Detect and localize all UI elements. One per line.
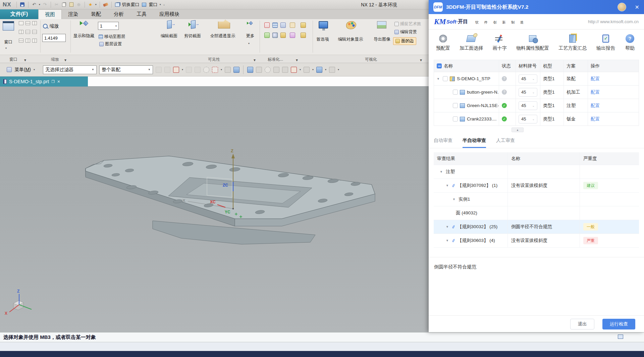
- tool-face-select[interactable]: 加工面选择: [460, 34, 483, 51]
- row-checkbox[interactable]: [453, 116, 458, 121]
- selection-scope-select[interactable]: 整个装配▼: [99, 65, 153, 74]
- exit-button[interactable]: 退出: [570, 319, 594, 329]
- table-row[interactable]: Crank22333.... 45⌄ 类型1 钣金 配置: [434, 112, 639, 126]
- configure-link[interactable]: 配置: [591, 103, 600, 109]
- fit-view-icon[interactable]: [264, 22, 270, 28]
- edit-background-button[interactable]: 编辑背景: [394, 29, 417, 35]
- color-grid-icon[interactable]: [291, 67, 297, 73]
- show-through-icon[interactable]: [218, 20, 230, 29]
- switch-window-icon[interactable]: [115, 2, 120, 7]
- tool-material-preconfig[interactable]: 物料属性预配置: [516, 34, 549, 51]
- select-all-checkbox[interactable]: [437, 63, 442, 68]
- tool-process-summary[interactable]: 工艺方案汇总: [558, 34, 587, 51]
- row-checkbox[interactable]: [443, 76, 448, 81]
- preferences-button[interactable]: 首选项: [312, 37, 333, 42]
- brush-face-icon[interactable]: [273, 67, 279, 73]
- user-avatar[interactable]: [618, 3, 626, 11]
- shaded-cube-icon[interactable]: [233, 67, 239, 73]
- layout-icon[interactable]: [32, 21, 37, 25]
- show-through-button[interactable]: 全部通透显示: [206, 33, 239, 39]
- ribbon-tab-tools[interactable]: 工具: [130, 9, 153, 19]
- run-check-button[interactable]: 运行检查: [602, 319, 635, 329]
- ribbon-tab-render[interactable]: 渲染: [62, 9, 85, 19]
- window-button[interactable]: 窗口: [149, 2, 158, 8]
- expand-caret-icon[interactable]: ▼: [452, 198, 457, 201]
- copy-icon[interactable]: [61, 2, 67, 7]
- brush-icon[interactable]: [103, 2, 108, 7]
- close-tab-icon[interactable]: ✕: [57, 80, 60, 84]
- configure-link[interactable]: 配置: [591, 116, 600, 122]
- export-image-button[interactable]: 导出图像: [369, 37, 395, 42]
- result-row-selected[interactable]: ▼✐【规则30032】 (25) 倒圆半径不符合规范 一般: [434, 220, 639, 234]
- result-row[interactable]: ▼✐【规则30603】 (4) 没有设置拔模斜度 严重: [434, 234, 639, 248]
- group-visualization-caret-icon[interactable]: ▾: [420, 58, 422, 62]
- style-icon[interactable]: ★: [88, 2, 93, 7]
- render-style-icon[interactable]: [304, 67, 310, 73]
- ribbon-tab-analysis[interactable]: 分析: [107, 9, 130, 19]
- clip-toggle-icon[interactable]: [329, 67, 335, 73]
- zoom-button[interactable]: 缩放: [43, 23, 59, 29]
- layout-icon[interactable]: [25, 21, 30, 25]
- layout-icon[interactable]: [25, 30, 30, 34]
- rect-select-caret-icon[interactable]: ▾: [221, 68, 222, 71]
- component-group-icon[interactable]: [301, 33, 306, 38]
- rect-select-icon[interactable]: [212, 67, 218, 73]
- expand-caret-icon[interactable]: ▼: [446, 184, 450, 187]
- point-capture-icon[interactable]: [203, 67, 209, 73]
- menu-caret-icon[interactable]: ▾: [34, 68, 35, 71]
- more-icon[interactable]: [247, 22, 252, 24]
- result-row[interactable]: 面 (49032): [434, 206, 639, 220]
- tool-draw-cross[interactable]: 画十字: [493, 34, 507, 51]
- row-checkbox[interactable]: [453, 90, 458, 95]
- window-layout-button[interactable]: [3, 21, 14, 31]
- undo-caret-icon[interactable]: ▾: [39, 3, 40, 6]
- sheet-icon[interactable]: [282, 67, 288, 73]
- window-caret-icon[interactable]: ▾: [5, 45, 7, 50]
- material-select[interactable]: 45⌄: [519, 88, 537, 97]
- menu-file[interactable]: 文件(F): [0, 9, 38, 19]
- collapse-table-button[interactable]: ▲: [512, 128, 524, 132]
- capture-art-button[interactable]: 捕捉艺术效: [394, 21, 421, 27]
- group-zoom-caret-icon[interactable]: ▾: [64, 58, 66, 62]
- redo-icon[interactable]: ↷: [42, 2, 48, 7]
- part-tab[interactable]: S-DEMO-1_stp.prt ❐ ✕: [0, 76, 88, 87]
- table-row[interactable]: button-green-N... 45⌄ 类型1 机加工 配置: [434, 86, 639, 99]
- ribbon-tab-view[interactable]: 视图: [38, 9, 62, 19]
- grid-icon[interactable]: [280, 22, 286, 28]
- restore-window-icon[interactable]: ❐: [51, 80, 55, 84]
- edit-object-display-button[interactable]: 编辑对象显示: [334, 37, 367, 42]
- clip-section-button[interactable]: 剪切截面: [181, 33, 204, 39]
- more-button[interactable]: 更多: [243, 33, 258, 39]
- layout-icon[interactable]: [32, 39, 37, 43]
- window-button-label[interactable]: 窗口: [1, 39, 16, 45]
- view-cube-caret-icon[interactable]: ▾: [325, 68, 326, 71]
- layer-select[interactable]: 1▾: [98, 22, 119, 30]
- tab-manual-review[interactable]: 人工审查: [496, 138, 515, 148]
- result-row[interactable]: ▼✐【规则307092】 (1) 没有设置拔模斜度 建议: [434, 179, 639, 193]
- window-icon[interactable]: [142, 2, 147, 7]
- table-row[interactable]: Green-NJL1SE-4... 45⌄ 类型1 注塑 配置: [434, 99, 639, 112]
- view-cube-icon[interactable]: [316, 67, 322, 73]
- group-standard-caret-icon[interactable]: ▾: [296, 58, 298, 62]
- selection-filter-select[interactable]: 无选择过滤器▼: [43, 65, 97, 74]
- clip-section-icon[interactable]: [189, 20, 196, 29]
- quickbar-overflow-icon[interactable]: ⌄: [163, 3, 165, 6]
- layout-icon[interactable]: [19, 30, 23, 34]
- clip-caret-icon[interactable]: ▾: [338, 68, 339, 71]
- inspect-icon[interactable]: [272, 33, 278, 38]
- style-caret-icon[interactable]: ▾: [95, 3, 97, 6]
- rotate-view-icon[interactable]: [265, 67, 271, 73]
- expand-caret-icon[interactable]: ▼: [446, 239, 450, 242]
- snap-caret-icon[interactable]: ▾: [182, 68, 183, 71]
- preferences-icon[interactable]: [319, 21, 328, 29]
- status-monitor-icon[interactable]: [618, 335, 623, 339]
- layout-icon[interactable]: [19, 21, 23, 25]
- snap-icon[interactable]: ⊕: [76, 2, 82, 7]
- edit-style-icon[interactable]: [290, 33, 295, 38]
- row-checkbox[interactable]: [453, 103, 458, 108]
- group-window-caret-icon[interactable]: ▾: [24, 58, 26, 62]
- zoom-window-icon[interactable]: [247, 67, 253, 73]
- show-hide-icon[interactable]: [80, 21, 88, 25]
- cut-icon[interactable]: ✂: [54, 2, 59, 7]
- highlight-related-icon[interactable]: [156, 67, 162, 73]
